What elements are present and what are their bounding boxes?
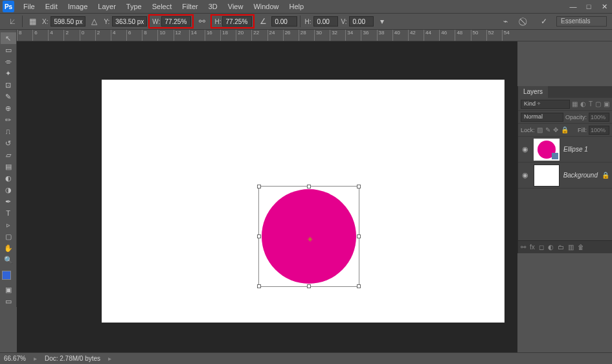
move-tool[interactable]: ↖ <box>1 32 16 44</box>
link-icon[interactable]: ⚯ <box>195 15 209 28</box>
magic-wand-tool[interactable]: ✦ <box>1 67 16 79</box>
history-brush-tool[interactable]: ↺ <box>1 137 16 149</box>
layer-row[interactable]: ◉ Background 🔒 <box>518 163 612 188</box>
layer-name[interactable]: Background <box>563 172 598 179</box>
fill-input[interactable] <box>589 126 609 135</box>
menu-3d[interactable]: 3D <box>203 3 223 10</box>
delete-layer-icon[interactable]: 🗑 <box>578 244 584 251</box>
menu-view[interactable]: View <box>223 3 249 10</box>
filter-pixel-icon[interactable]: ▦ <box>572 100 578 108</box>
lock-image-icon[interactable]: ✎ <box>545 126 550 133</box>
visibility-toggle-icon[interactable]: ◉ <box>521 145 530 154</box>
dodge-tool[interactable]: ◑ <box>1 184 16 196</box>
lock-position-icon[interactable]: ✥ <box>553 126 558 133</box>
opacity-input[interactable] <box>589 113 609 122</box>
handle-top-right[interactable] <box>357 185 361 188</box>
layers-tab[interactable]: Layers <box>518 86 548 98</box>
blur-tool[interactable]: ◐ <box>1 172 16 184</box>
handle-middle-right[interactable] <box>357 234 361 238</box>
warp-mode-icon[interactable]: ⌁ <box>498 15 512 28</box>
y-input[interactable] <box>112 16 147 27</box>
crop-tool[interactable]: ⊡ <box>1 79 16 91</box>
lasso-tool[interactable]: ⌯ <box>1 56 16 67</box>
transform-tool-icon[interactable]: ⟀ <box>5 15 19 28</box>
transform-bounding-box[interactable] <box>258 186 359 287</box>
layer-name[interactable]: Ellipse 1 <box>563 146 588 153</box>
layer-mask-icon[interactable]: ◻ <box>539 244 544 251</box>
filter-adjust-icon[interactable]: ◐ <box>580 100 586 108</box>
menu-edit[interactable]: Edit <box>40 3 63 10</box>
hand-tool[interactable]: ✋ <box>1 242 16 254</box>
shape-tool[interactable]: ▢ <box>1 231 16 242</box>
handle-top-middle[interactable] <box>307 185 311 188</box>
lock-transparent-icon[interactable]: ▨ <box>537 126 543 133</box>
layers-panel-footer: ⚯ fx ◻ ◐ 🗀 ▥ 🗑 <box>518 240 612 253</box>
blend-mode-select[interactable]: Normal <box>521 113 563 122</box>
lock-all-icon[interactable]: 🔒 <box>561 126 569 133</box>
status-arrow-icon[interactable]: ▸ <box>34 355 37 362</box>
healing-brush-tool[interactable]: ⊕ <box>1 102 16 114</box>
brush-tool[interactable]: ✏ <box>1 114 16 126</box>
zoom-tool[interactable]: 🔍 <box>1 254 16 266</box>
layer-thumbnail[interactable] <box>534 139 560 161</box>
ruler-tick: 42 <box>408 30 424 41</box>
quick-mask-tool[interactable]: ▣ <box>1 284 16 295</box>
height-input[interactable] <box>222 16 252 27</box>
minimize-button[interactable]: — <box>565 0 581 13</box>
doc-size[interactable]: Doc: 2.78M/0 bytes <box>45 355 100 362</box>
menu-help[interactable]: Help <box>284 3 310 10</box>
marquee-tool[interactable]: ▭ <box>1 44 16 56</box>
menu-type[interactable]: Type <box>121 3 147 10</box>
menu-filter[interactable]: Filter <box>177 3 203 10</box>
x-input[interactable] <box>51 16 85 27</box>
ruler-tick: 10 <box>157 30 173 41</box>
pen-tool[interactable]: ✒ <box>1 196 16 207</box>
commit-transform-icon[interactable]: ✓ <box>537 15 551 28</box>
width-input[interactable] <box>161 16 191 27</box>
handle-bottom-middle[interactable] <box>307 284 311 288</box>
adjustment-layer-icon[interactable]: ◐ <box>548 244 554 251</box>
layer-thumbnail[interactable] <box>534 165 560 187</box>
handle-bottom-right[interactable] <box>357 284 361 288</box>
filter-shape-icon[interactable]: ▢ <box>595 100 601 108</box>
skew-h-input[interactable] <box>313 16 338 27</box>
path-select-tool[interactable]: ▹ <box>1 219 16 231</box>
menu-image[interactable]: Image <box>63 3 93 10</box>
clone-stamp-tool[interactable]: ⎍ <box>1 126 16 137</box>
gradient-tool[interactable]: ▤ <box>1 161 16 172</box>
handle-top-left[interactable] <box>257 185 261 188</box>
close-button[interactable]: ✕ <box>596 0 612 13</box>
menu-file[interactable]: File <box>18 3 40 10</box>
canvas-area[interactable]: ◈ <box>17 41 517 352</box>
skew-v-input[interactable] <box>349 16 374 27</box>
zoom-level[interactable]: 66.67% <box>4 355 26 362</box>
reference-point-icon[interactable]: ▦ <box>25 15 40 28</box>
visibility-toggle-icon[interactable]: ◉ <box>521 171 530 179</box>
group-icon[interactable]: 🗀 <box>558 244 564 251</box>
link-layers-icon[interactable]: ⚯ <box>521 244 526 251</box>
menu-layer[interactable]: Layer <box>93 3 121 10</box>
interpolation-icon[interactable]: ▾ <box>375 15 389 28</box>
type-tool[interactable]: T <box>1 207 16 219</box>
cancel-transform-icon[interactable]: ⃠ <box>517 15 532 28</box>
menu-window[interactable]: Window <box>248 3 284 10</box>
delta-icon[interactable]: △ <box>87 15 101 28</box>
status-menu-arrow-icon[interactable]: ▸ <box>108 355 111 362</box>
new-layer-icon[interactable]: ▥ <box>568 244 574 251</box>
maximize-button[interactable]: □ <box>581 0 596 13</box>
layer-row[interactable]: ◉ Ellipse 1 <box>518 137 612 163</box>
angle-input[interactable] <box>271 16 297 27</box>
foreground-color-swatch[interactable] <box>2 271 11 280</box>
workspace-select[interactable]: Essentials <box>556 16 607 27</box>
screen-mode-tool[interactable]: ▭ <box>1 295 16 307</box>
eraser-tool[interactable]: ▱ <box>1 149 16 161</box>
color-swatches[interactable] <box>0 269 16 284</box>
layer-style-icon[interactable]: fx <box>530 244 535 251</box>
handle-bottom-left[interactable] <box>257 284 261 288</box>
filter-type-icon[interactable]: T <box>589 100 593 108</box>
filter-kind-select[interactable]: Kind ÷ <box>521 100 570 109</box>
filter-smart-icon[interactable]: ▣ <box>604 100 609 108</box>
eyedropper-tool[interactable]: ✎ <box>1 91 16 102</box>
menu-select[interactable]: Select <box>147 3 177 10</box>
handle-middle-left[interactable] <box>257 234 261 238</box>
